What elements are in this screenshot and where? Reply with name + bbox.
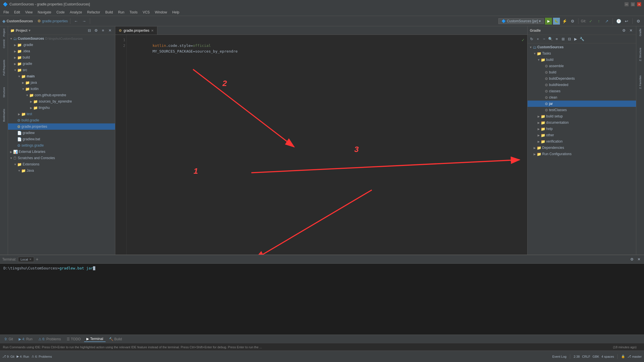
tree-item-gradle-properties[interactable]: ▶ ⚙ gradle.properties xyxy=(8,123,115,130)
g-item-classes[interactable]: ▶ ⚙ classes xyxy=(528,88,636,94)
g-item-help[interactable]: ▶ 📁 help xyxy=(528,126,636,132)
tree-item-test[interactable]: ▶ 📁 test xyxy=(8,111,115,117)
g-item-build-setup[interactable]: ▶ 📁 build setup xyxy=(528,113,636,119)
status-event-log[interactable]: Event Log xyxy=(552,355,566,358)
tree-item-settings-gradle[interactable]: ▶ ⚙ settings.gradle xyxy=(8,142,115,149)
close-button[interactable]: ✕ xyxy=(637,2,641,6)
g-item-customsources[interactable]: ▼ 🗂 CustomSources xyxy=(528,44,636,50)
gradle-add-button[interactable]: + xyxy=(535,36,541,42)
tree-item-src[interactable]: ▼ 📁 src xyxy=(8,67,115,73)
status-branch[interactable]: ⎇ master xyxy=(627,355,642,358)
g-item-build-dependents[interactable]: ▶ ⚙ buildDependents xyxy=(528,75,636,82)
gear-button[interactable]: ≡ xyxy=(100,28,106,33)
menu-navigate[interactable]: Navigate xyxy=(35,10,53,15)
menu-tools[interactable]: Tools xyxy=(127,10,140,15)
tree-item-customsources[interactable]: ▼ 🗂 CustomSources D:\tingshu\CustomSourc… xyxy=(8,35,115,42)
gradle-minus-button[interactable]: − xyxy=(541,36,547,42)
status-lock-icon[interactable]: 🔒 xyxy=(621,355,625,358)
run-config-selector[interactable]: 🔷 CustomSources [jar] ▾ xyxy=(498,18,544,24)
code-content[interactable]: kotlin.code.style=official MY_SOURCES_PA… xyxy=(127,35,527,255)
status-charset[interactable]: GBK xyxy=(593,355,599,358)
g-item-build-needed[interactable]: ▶ ⚙ buildNeeded xyxy=(528,82,636,88)
tree-item-build-folder[interactable]: ▶ 📁 build xyxy=(8,54,115,61)
gradle-expand-button[interactable]: ⊞ xyxy=(560,36,566,42)
terminal-local-tab[interactable]: Local ✕ xyxy=(18,257,34,262)
g-item-other[interactable]: ▶ 📁 other xyxy=(528,132,636,138)
status-problems-item[interactable]: ⚠ 6: Problems xyxy=(31,355,52,358)
tab-build[interactable]: 🔨 Build xyxy=(107,337,124,342)
tree-item-sources[interactable]: ▶ 📁 sources_by_eprendre xyxy=(8,98,115,105)
gradle-wrench-button[interactable]: 🔧 xyxy=(579,36,585,42)
gradle-settings-button[interactable]: ⚙ xyxy=(621,28,627,33)
project-activity-icon[interactable]: Project xyxy=(2,27,6,38)
tab-git[interactable]: 9: Git xyxy=(2,337,15,342)
commit-activity-icon[interactable]: Commit xyxy=(2,38,6,49)
gradle-filter-button[interactable]: 🔍 xyxy=(548,36,553,42)
tree-item-gradle-folder[interactable]: ▶ 📁 gradle xyxy=(8,61,115,67)
debug-button[interactable]: 🐛 xyxy=(553,18,560,25)
g-item-dependencies[interactable]: ▶ 📁 Dependencies xyxy=(528,145,636,151)
status-git-item[interactable]: ⎇ 9: Git xyxy=(2,355,14,358)
g-item-tasks[interactable]: ▼ 📁 Tasks xyxy=(528,50,636,57)
profile-button[interactable]: ⚡ xyxy=(561,18,568,25)
g-item-clean[interactable]: ▶ ⚙ clean xyxy=(528,94,636,101)
g-item-jar[interactable]: ▶ ⚙ jar xyxy=(528,101,636,107)
terminal-add-button[interactable]: + xyxy=(36,257,38,262)
close-panel-button[interactable]: ✕ xyxy=(107,28,113,33)
git-push-button[interactable]: ↗ xyxy=(603,18,610,25)
g-item-build-task[interactable]: ▶ ⚙ build xyxy=(528,69,636,75)
gradle-close-button[interactable]: ✕ xyxy=(628,28,634,33)
terminal-settings-button[interactable]: ⚙ xyxy=(629,257,635,262)
maximize-button[interactable]: □ xyxy=(631,2,635,6)
tree-item-com-github[interactable]: ▼ 📁 com.github.eprendre xyxy=(8,92,115,98)
run-button[interactable]: ▶ xyxy=(545,18,552,25)
menu-view[interactable]: View xyxy=(23,10,35,15)
forward-button[interactable]: → xyxy=(81,18,88,25)
settings-button[interactable]: ⚙ xyxy=(635,18,642,25)
editor-tab-gradle-properties[interactable]: ⚙ gradle.properties ✕ xyxy=(115,27,157,35)
tree-item-gradlew-bat[interactable]: ▶ 📄 gradlew.bat xyxy=(8,136,115,142)
coverage-button[interactable]: ⚙ xyxy=(569,18,576,25)
g-item-run-configs[interactable]: ▶ 📁 Run Configurations xyxy=(528,151,636,157)
git-check-button[interactable]: ✓ xyxy=(587,18,594,25)
tree-item-idea[interactable]: ▶ 📁 .idea xyxy=(8,48,115,54)
tab-problems[interactable]: ⚠ 6: Problems xyxy=(36,337,63,342)
g-item-assemble[interactable]: ▶ ⚙ assemble xyxy=(528,63,636,69)
menu-build[interactable]: Build xyxy=(103,10,115,15)
collapse-all-button[interactable]: ⊟ xyxy=(86,28,92,33)
g-item-verification[interactable]: ▶ 📁 verification xyxy=(528,138,636,145)
status-line-col[interactable]: 2:38 xyxy=(574,355,580,358)
menu-help[interactable]: Help xyxy=(170,10,182,15)
terminal-tab-close-icon[interactable]: ✕ xyxy=(29,258,31,261)
g-item-documentation[interactable]: ▶ 📁 documentation xyxy=(528,119,636,126)
tree-item-java2[interactable]: ▼ 📁 Java xyxy=(8,167,115,174)
terminal-content[interactable]: D:\tingshu\CustomSources>gradlew.bat jar xyxy=(0,264,644,335)
gradle-activity-icon[interactable]: Gradle xyxy=(638,27,642,37)
menu-run[interactable]: Run xyxy=(116,10,127,15)
structure-activity-icon[interactable]: Structure xyxy=(2,86,6,99)
menu-window[interactable]: Window xyxy=(152,10,169,15)
status-indent[interactable]: 4 spaces xyxy=(601,355,614,358)
minimize-button[interactable]: ─ xyxy=(625,2,629,6)
tree-item-extensions[interactable]: ▼ 📁 Extensions xyxy=(8,161,115,167)
menu-vcs[interactable]: VCS xyxy=(140,10,152,15)
tree-item-ext-libs[interactable]: ▶ 📊 External Libraries xyxy=(8,149,115,155)
gradle-refresh-button[interactable]: ↻ xyxy=(529,36,534,42)
rollback-button[interactable]: ↩ xyxy=(623,18,630,25)
tab-terminal[interactable]: ▶ Terminal xyxy=(84,336,105,342)
menu-code[interactable]: Code xyxy=(54,10,67,15)
menu-refactor[interactable]: Refactor xyxy=(85,10,102,15)
bookmarks-activity-icon[interactable]: Bookmarks xyxy=(2,108,6,123)
tree-item-main[interactable]: ▼ 📁 main xyxy=(8,73,115,79)
tree-item-gradle-hidden[interactable]: ▶ 📁 .gradle xyxy=(8,42,115,48)
favorites-activity-icon[interactable]: 2: Favorites xyxy=(638,74,642,90)
tab-run[interactable]: ▶ 4: Run xyxy=(16,337,35,342)
tree-item-build-gradle[interactable]: ▶ ⚙ build.gradle xyxy=(8,117,115,123)
tree-item-kotlin[interactable]: ▼ 📁 kotlin xyxy=(8,86,115,92)
tree-item-tingshu[interactable]: ▶ 📁 tingshu xyxy=(8,105,115,111)
tab-close-button[interactable]: ✕ xyxy=(151,29,154,33)
menu-file[interactable]: File xyxy=(1,10,11,15)
menu-edit[interactable]: Edit xyxy=(12,10,22,15)
tree-item-java[interactable]: ▶ 📁 java xyxy=(8,79,115,86)
back-button[interactable]: ← xyxy=(73,18,80,25)
